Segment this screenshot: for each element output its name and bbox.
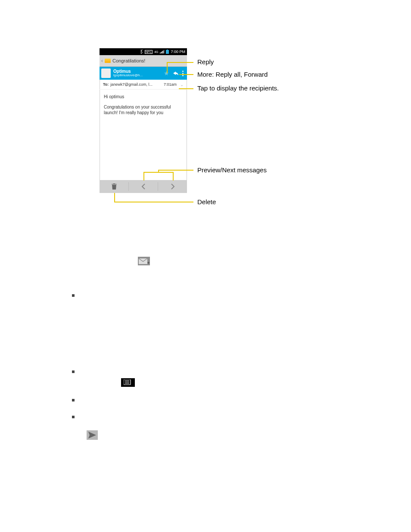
callout-more: More: Reply all, Forward: [197, 71, 268, 78]
status-time: 7:00 PM: [171, 50, 185, 54]
folder-icon: [105, 59, 111, 63]
bluetooth-icon: [139, 50, 143, 54]
battery-icon: [166, 50, 169, 54]
subject-text: Congratilations!: [112, 58, 145, 63]
compose-mail-icon: [138, 257, 150, 265]
avatar: [101, 68, 111, 78]
recipients-list: janewk7@gmail.com, l...: [110, 82, 153, 87]
send-icon: [87, 430, 98, 440]
callout-delete: Delete: [197, 198, 216, 205]
message-body: Hi optimus Congratulations on your succe…: [100, 90, 187, 124]
callout-line: [143, 172, 144, 180]
phone-screenshot: NFC 4G 7:00 PM ‹ Congratilations! Optimu…: [100, 48, 187, 192]
bullet-icon: [72, 294, 75, 297]
signal-icon: [160, 50, 164, 53]
expand-recipients-icon[interactable]: ⌄: [180, 82, 184, 87]
more-icon[interactable]: [182, 70, 184, 77]
callout-line: [167, 62, 168, 73]
sender-bar: Optimus lgoptimuslove@h... ★: [100, 67, 187, 80]
nfc-icon: NFC: [145, 50, 153, 54]
recipients-time: 7:01am: [164, 82, 177, 87]
callout-line: [167, 62, 193, 63]
callout-line: [179, 74, 193, 75]
subject-bar[interactable]: ‹ Congratilations!: [100, 55, 187, 67]
prev-message-button[interactable]: [129, 184, 158, 190]
sender-address: lgoptimuslove@h...: [113, 74, 143, 77]
callout-line: [173, 172, 174, 180]
callout-line: [158, 170, 193, 171]
bullet-icon: [72, 416, 75, 418]
bullet-icon: [72, 370, 75, 373]
next-message-button[interactable]: [158, 184, 187, 190]
svg-rect-1: [167, 50, 168, 50]
bottom-toolbar: [100, 180, 187, 193]
recipients-bar[interactable]: To: janewk7@gmail.com, l... 7:01am ⌄: [100, 80, 187, 90]
reply-icon[interactable]: [173, 70, 179, 76]
callout-line: [179, 88, 193, 89]
menu-key-icon: [121, 378, 135, 387]
svg-rect-0: [166, 50, 169, 54]
callout-line: [114, 193, 115, 202]
bullet-icon: [72, 399, 75, 401]
callout-line: [114, 202, 193, 202]
callout-reply: Reply: [197, 58, 214, 65]
to-label: To:: [103, 82, 109, 87]
status-bar: NFC 4G 7:00 PM: [100, 48, 187, 55]
network-icon: 4G: [154, 50, 158, 53]
body-greeting: Hi optimus: [104, 94, 183, 100]
callout-recipients: Tap to display the recipients.: [197, 84, 279, 92]
body-paragraph: Congratulations on your successful launc…: [104, 104, 183, 116]
callout-prevnext: Preview/Next messages: [197, 166, 267, 174]
back-chevron-icon[interactable]: ‹: [101, 58, 103, 64]
delete-button[interactable]: [100, 183, 128, 190]
